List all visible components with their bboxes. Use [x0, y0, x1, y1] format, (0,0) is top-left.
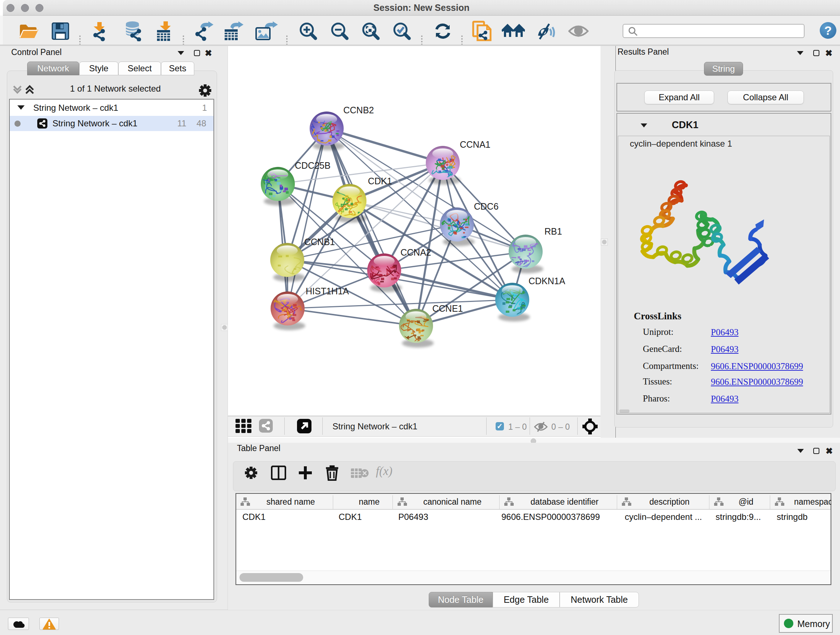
svg-text:CDC6: CDC6 — [474, 201, 499, 211]
svg-text:CDKN1A: CDKN1A — [529, 276, 565, 286]
svg-text:CDC25B: CDC25B — [295, 160, 331, 171]
svg-text:CDK1: CDK1 — [368, 176, 392, 186]
svg-text:CCNB1: CCNB1 — [304, 237, 335, 247]
svg-text:CCNA1: CCNA1 — [460, 139, 491, 149]
svg-text:RB1: RB1 — [545, 226, 562, 236]
svg-text:CCNA2: CCNA2 — [401, 247, 431, 257]
svg-text:HIST1H1A: HIST1H1A — [306, 286, 349, 296]
svg-text:CCNE1: CCNE1 — [432, 303, 463, 314]
svg-text:CCNB2: CCNB2 — [343, 105, 374, 115]
